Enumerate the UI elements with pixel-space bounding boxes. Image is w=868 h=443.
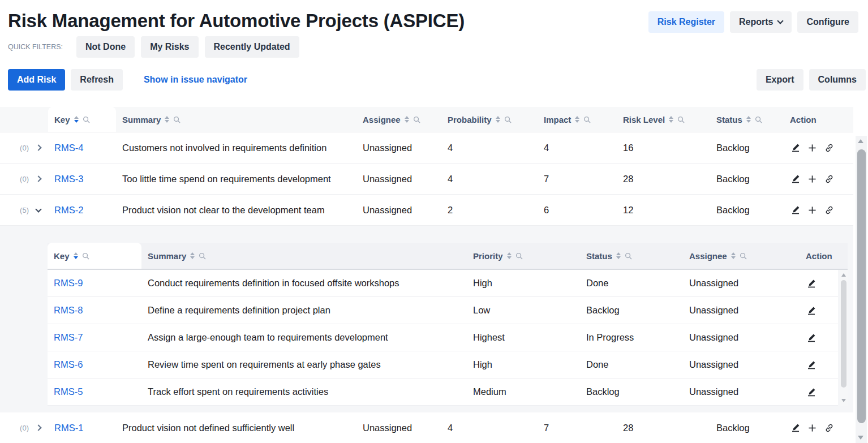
- issue-key-link[interactable]: RMS-2: [54, 205, 83, 216]
- edit-icon[interactable]: [807, 333, 816, 342]
- edit-icon[interactable]: [807, 306, 816, 315]
- filter-my-risks-button[interactable]: My Risks: [141, 36, 198, 58]
- sub-table-row: RMS-7 Assign a large-enough team to requ…: [48, 324, 838, 351]
- impact-cell: 7: [538, 412, 617, 443]
- risk-level-cell: 28: [617, 164, 710, 194]
- issue-key-link[interactable]: RMS-7: [54, 332, 83, 343]
- add-icon[interactable]: [808, 424, 817, 432]
- issue-key-link[interactable]: RMS-4: [54, 143, 83, 153]
- search-icon[interactable]: [755, 116, 762, 123]
- chevron-right-icon[interactable]: [35, 424, 41, 431]
- configure-button[interactable]: Configure: [797, 11, 858, 33]
- search-icon[interactable]: [677, 116, 685, 123]
- sort-icon[interactable]: [165, 116, 169, 123]
- issue-key-link[interactable]: RMS-1: [54, 423, 83, 433]
- sort-icon[interactable]: [496, 116, 500, 123]
- key-header-label[interactable]: Key: [54, 251, 70, 261]
- assignee-header-label[interactable]: Assignee: [689, 251, 727, 261]
- edit-icon[interactable]: [791, 205, 800, 214]
- scroll-down-arrow-icon[interactable]: [841, 399, 846, 402]
- expander-column-header: [0, 107, 48, 132]
- scrollbar-thumb[interactable]: [841, 280, 846, 388]
- issue-key-link[interactable]: RMS-5: [54, 386, 83, 397]
- search-icon[interactable]: [413, 116, 420, 123]
- sort-icon[interactable]: [507, 252, 512, 259]
- link-icon[interactable]: [824, 143, 834, 153]
- edit-icon[interactable]: [791, 143, 800, 152]
- tab-risk-register[interactable]: Risk Register: [648, 11, 724, 33]
- link-icon[interactable]: [824, 423, 834, 433]
- mitigation-table: Key Summary Priority Status: [48, 243, 848, 406]
- summary-header-label[interactable]: Summary: [148, 251, 186, 261]
- add-risk-button[interactable]: Add Risk: [8, 69, 65, 91]
- column-header-status: Status: [710, 107, 784, 132]
- search-icon[interactable]: [515, 252, 523, 260]
- search-icon[interactable]: [504, 116, 512, 123]
- add-icon[interactable]: [808, 175, 817, 183]
- sort-icon[interactable]: [190, 252, 195, 259]
- issue-key-link[interactable]: RMS-3: [54, 174, 83, 184]
- toolbar: Add Risk Refresh Show in issue navigator…: [0, 58, 868, 91]
- edit-icon[interactable]: [807, 279, 816, 288]
- link-icon[interactable]: [824, 205, 834, 215]
- sort-icon[interactable]: [575, 116, 579, 123]
- vertical-scrollbar[interactable]: [856, 136, 867, 443]
- probability-header-label[interactable]: Probability: [448, 115, 492, 124]
- priority-header-label[interactable]: Priority: [473, 251, 503, 261]
- edit-icon[interactable]: [807, 388, 816, 397]
- issue-key-link[interactable]: RMS-8: [54, 305, 83, 316]
- sort-icon[interactable]: [74, 252, 78, 259]
- sort-icon[interactable]: [731, 252, 736, 259]
- status-header-label[interactable]: Status: [716, 115, 742, 124]
- impact-header-label[interactable]: Impact: [544, 115, 571, 124]
- sort-icon[interactable]: [669, 116, 673, 123]
- sort-icon[interactable]: [405, 116, 409, 123]
- issue-key-link[interactable]: RMS-9: [54, 278, 83, 289]
- scroll-up-arrow-icon[interactable]: [841, 273, 846, 277]
- filter-recently-updated-button[interactable]: Recently Updated: [205, 36, 299, 58]
- sort-icon[interactable]: [616, 252, 621, 259]
- link-icon[interactable]: [824, 174, 834, 184]
- refresh-button[interactable]: Refresh: [71, 69, 123, 91]
- status-header-label[interactable]: Status: [586, 251, 612, 261]
- assignee-header-label[interactable]: Assignee: [363, 115, 401, 124]
- sort-icon[interactable]: [746, 116, 751, 123]
- edit-icon[interactable]: [791, 174, 800, 183]
- scroll-down-arrow-icon[interactable]: [858, 436, 863, 440]
- key-header-label[interactable]: Key: [54, 115, 70, 124]
- scroll-up-arrow-icon[interactable]: [858, 139, 863, 143]
- expanded-subtasks-panel: Key Summary Priority Status: [0, 226, 853, 412]
- subtable-vertical-scrollbar[interactable]: [840, 270, 848, 406]
- probability-cell: 4: [441, 164, 538, 194]
- search-icon[interactable]: [83, 116, 90, 123]
- search-icon[interactable]: [740, 252, 747, 260]
- show-in-issue-navigator-link[interactable]: Show in issue navigator: [144, 75, 247, 85]
- action-cell: [800, 379, 838, 405]
- search-icon[interactable]: [82, 252, 89, 260]
- search-icon[interactable]: [199, 252, 206, 260]
- search-icon[interactable]: [583, 116, 591, 123]
- chevron-right-icon[interactable]: [35, 144, 41, 150]
- subtask-count: (0): [20, 175, 29, 183]
- chevron-down-icon[interactable]: [35, 206, 41, 212]
- sub-column-header-action: Action: [800, 243, 848, 269]
- search-icon[interactable]: [625, 252, 632, 260]
- summary-header-label[interactable]: Summary: [122, 115, 161, 124]
- scrollbar-thumb[interactable]: [857, 149, 866, 423]
- add-icon[interactable]: [808, 206, 817, 214]
- issue-key-link[interactable]: RMS-6: [54, 359, 83, 370]
- export-button[interactable]: Export: [757, 69, 803, 91]
- chevron-right-icon[interactable]: [35, 175, 41, 182]
- filter-not-done-button[interactable]: Not Done: [76, 36, 135, 58]
- edit-icon[interactable]: [807, 360, 816, 369]
- search-icon[interactable]: [173, 116, 181, 123]
- edit-icon[interactable]: [791, 423, 800, 432]
- sort-icon[interactable]: [74, 116, 79, 123]
- risk-level-header-label[interactable]: Risk Level: [623, 115, 665, 124]
- add-icon[interactable]: [808, 144, 817, 152]
- key-cell: RMS-5: [48, 379, 141, 405]
- key-cell: RMS-9: [48, 270, 141, 296]
- status-cell: Backlog: [710, 412, 784, 443]
- columns-button[interactable]: Columns: [809, 69, 866, 91]
- reports-menu-button[interactable]: Reports: [730, 11, 792, 33]
